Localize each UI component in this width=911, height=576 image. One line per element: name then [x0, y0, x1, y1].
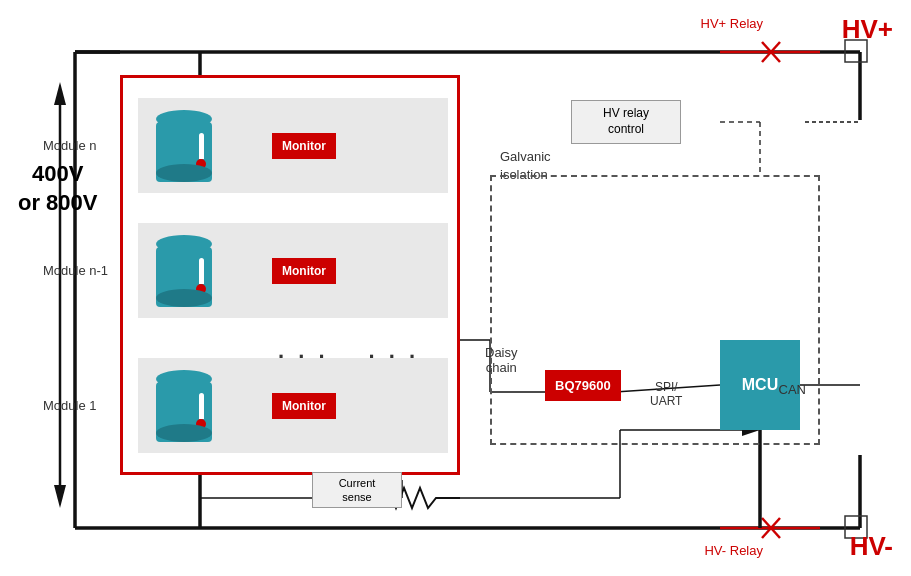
thermo-tube-n [199, 133, 204, 159]
bq79600-box: BQ79600 [545, 370, 621, 401]
daisy-chain-label: Daisychain [485, 345, 518, 375]
battery-bottom-n1 [156, 289, 212, 307]
monitor-box-n1: Monitor [272, 258, 336, 284]
module-row-1: Module 1 Monitor [138, 358, 448, 453]
battery-bottom-1 [156, 424, 212, 442]
module-row-n1: Module n-1 Monitor [138, 223, 448, 318]
thermo-tube-1 [199, 393, 204, 419]
monitor-box-1: Monitor [272, 393, 336, 419]
battery-n1 [156, 235, 212, 307]
svg-line-15 [762, 518, 780, 538]
svg-marker-20 [54, 485, 66, 508]
diagram: 400V or 800V HV+ HV- HV+ Relay HV- Relay… [0, 0, 911, 576]
svg-line-10 [762, 42, 780, 62]
battery-n [156, 110, 212, 182]
module-n-label: Module n [43, 138, 96, 153]
svg-marker-19 [54, 82, 66, 105]
svg-line-11 [762, 42, 780, 62]
hv-plus-label: HV+ [842, 14, 893, 45]
hv-relay-control-box: HV relaycontrol [571, 100, 681, 144]
can-label: CAN [779, 382, 806, 397]
monitor-box-n: Monitor [272, 133, 336, 159]
modules-box: Module n Monitor Module n-1 [120, 75, 460, 475]
current-sense-box: Currentsense [312, 472, 402, 508]
module-n1-label: Module n-1 [43, 263, 108, 278]
battery-bottom-n [156, 164, 212, 182]
hv-plus-relay-label: HV+ Relay [701, 16, 764, 31]
module-row-n: Module n Monitor [138, 98, 448, 193]
battery-1 [156, 370, 212, 442]
svg-line-16 [762, 518, 780, 538]
thermo-tube-n1 [199, 258, 204, 284]
hv-minus-label: HV- [850, 531, 893, 562]
spi-uart-label: SPI/UART [650, 380, 682, 408]
hv-relay-control-label: HV relaycontrol [603, 106, 649, 137]
hv-minus-relay-label: HV- Relay [704, 543, 763, 558]
voltage-label: 400V or 800V [18, 160, 98, 217]
module-1-label: Module 1 [43, 398, 96, 413]
